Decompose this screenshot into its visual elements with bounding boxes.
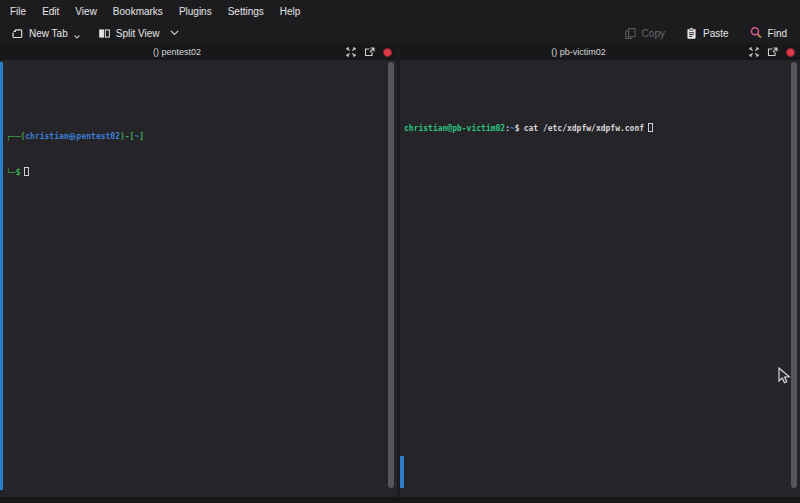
pane-header-pb-victim02[interactable]: () pb-victim02 xyxy=(400,44,800,60)
prompt-user-host: christian㉿pentest02 xyxy=(25,132,120,141)
menu-bookmarks[interactable]: Bookmarks xyxy=(105,3,171,20)
mouse-cursor xyxy=(778,367,791,389)
copy-button[interactable]: Copy xyxy=(619,25,670,42)
menu-view[interactable]: View xyxy=(67,3,105,20)
menu-bar: File Edit View Bookmarks Plugins Setting… xyxy=(0,0,800,22)
pane-pb-victim02: () pb-victim02 xyxy=(400,44,800,497)
command-text: cat /etc/xdpfw/xdpfw.conf xyxy=(524,124,644,133)
prompt-dollar: └─$ xyxy=(6,168,20,177)
pane-header-icons xyxy=(346,43,392,61)
find-icon xyxy=(749,26,763,40)
menu-file[interactable]: File xyxy=(2,3,34,20)
paste-icon xyxy=(685,27,698,40)
pane-pentest02: () pentest02 xyxy=(0,44,397,497)
find-label: Find xyxy=(768,28,787,39)
new-tab-icon xyxy=(11,27,24,40)
pane-header-pentest02[interactable]: () pentest02 xyxy=(0,44,397,60)
chevron-down-icon[interactable] xyxy=(170,30,179,36)
split-view-label: Split View xyxy=(116,28,160,39)
menu-help[interactable]: Help xyxy=(272,3,309,20)
copy-label: Copy xyxy=(642,28,665,39)
prompt-user-host: christian@pb-victim02 xyxy=(404,124,505,133)
pane-header-icons xyxy=(749,43,795,61)
paste-label: Paste xyxy=(703,28,729,39)
new-tab-label: New Tab xyxy=(29,28,68,39)
pane-title-pb-victim02: () pb-victim02 xyxy=(408,47,749,57)
maximize-split-icon[interactable] xyxy=(346,43,356,61)
split-view-container: () pentest02 xyxy=(0,44,800,497)
scrollbar-left-pane[interactable] xyxy=(388,62,394,488)
maximize-split-icon[interactable] xyxy=(749,43,759,61)
detach-split-icon[interactable] xyxy=(364,43,375,61)
toolbar: New Tab Split View Copy xyxy=(0,22,800,44)
terminal-cursor xyxy=(24,167,29,176)
menu-plugins[interactable]: Plugins xyxy=(171,3,220,20)
prompt-line-2: └─$ xyxy=(6,167,397,179)
prompt-frame-mid: )-[ xyxy=(120,132,134,141)
copy-icon xyxy=(624,27,637,40)
terminal-output-right: christian@pb-victim02:~$cat /etc/xdpfw/x… xyxy=(400,96,800,159)
terminal-pentest02[interactable]: ┌──(christian㉿pentest02)-[~] └─$ xyxy=(0,60,397,497)
prompt-line-1: ┌──(christian㉿pentest02)-[~] xyxy=(6,131,397,143)
prompt-frame-close: ] xyxy=(139,132,144,141)
terminal-cursor xyxy=(648,123,653,132)
new-tab-dropdown-icon[interactable] xyxy=(74,35,80,39)
prompt-frame-open: ┌──( xyxy=(6,132,25,141)
terminal-output-left: ┌──(christian㉿pentest02)-[~] └─$ xyxy=(0,96,397,203)
paste-button[interactable]: Paste xyxy=(680,25,734,42)
menu-edit[interactable]: Edit xyxy=(34,3,67,20)
find-button[interactable]: Find xyxy=(744,24,792,42)
close-split-button[interactable] xyxy=(383,48,392,57)
active-split-indicator xyxy=(0,62,3,490)
scrollbar-right-pane[interactable] xyxy=(791,62,797,488)
prompt-dollar: $ xyxy=(515,124,520,133)
toolbar-right-group: Copy Paste Find xyxy=(619,24,792,42)
split-view-button[interactable]: Split View xyxy=(93,25,185,42)
new-tab-button[interactable]: New Tab xyxy=(6,25,85,42)
detach-split-icon[interactable] xyxy=(767,43,778,61)
terminal-pb-victim02[interactable]: christian@pb-victim02:~$cat /etc/xdpfw/x… xyxy=(400,60,800,497)
menu-settings[interactable]: Settings xyxy=(220,3,272,20)
close-split-button[interactable] xyxy=(786,48,795,57)
split-focus-bar xyxy=(400,456,404,488)
split-view-icon xyxy=(98,27,111,40)
window-bottom-edge xyxy=(0,497,800,503)
prompt-line: christian@pb-victim02:~$cat /etc/xdpfw/x… xyxy=(404,123,800,135)
pane-title-pentest02: () pentest02 xyxy=(8,47,346,57)
